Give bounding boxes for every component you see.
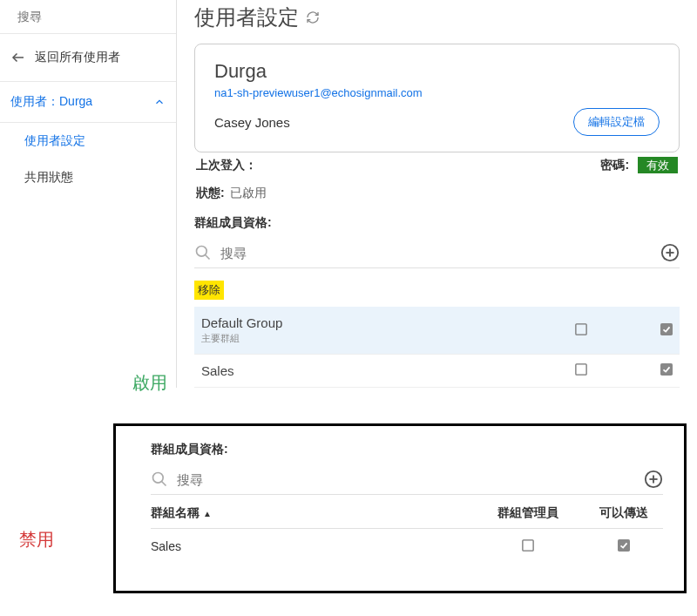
svg-rect-10 xyxy=(576,364,586,375)
search-icon xyxy=(194,244,212,261)
password-status-badge: 有效 xyxy=(638,157,678,173)
annotation-disable: 禁用 xyxy=(19,528,54,552)
col-send-label[interactable]: 可以傳送 xyxy=(585,505,663,521)
group-table: Default Group 主要群組 Sales xyxy=(194,307,680,388)
group-membership-label: 群組成員資格: xyxy=(151,442,663,457)
svg-rect-9 xyxy=(660,323,673,335)
group-section: 群組成員資格: 移除 Default Group 主要群組 xyxy=(194,215,680,388)
sidebar-item-user-settings[interactable]: 使用者設定 xyxy=(0,123,176,159)
user-expand[interactable]: 使用者：Durga xyxy=(0,82,176,123)
chevron-up-icon xyxy=(153,96,166,108)
svg-rect-8 xyxy=(576,323,586,334)
group-name: Sales xyxy=(151,539,471,554)
last-login-label: 上次登入： xyxy=(196,158,257,172)
group-sub: 主要群組 xyxy=(201,332,524,345)
group-name: Sales xyxy=(201,363,524,378)
svg-line-4 xyxy=(206,255,210,260)
send-checkbox[interactable] xyxy=(638,323,673,338)
info-section: 上次登入： 密碼: 有效 狀態: 已啟用 xyxy=(194,158,680,205)
user-email[interactable]: na1-sh-previewuser1@echosignmail.com xyxy=(214,86,660,99)
main-content: 使用者設定 Durga na1-sh-previewuser1@echosign… xyxy=(177,0,697,388)
add-icon[interactable] xyxy=(660,243,680,262)
table-row[interactable]: Sales xyxy=(151,529,663,565)
page-title-row: 使用者設定 xyxy=(194,0,697,31)
sidebar-item-share-status[interactable]: 共用狀態 xyxy=(0,159,176,196)
svg-rect-18 xyxy=(618,539,630,552)
user-card: Durga na1-sh-previewuser1@echosignmail.c… xyxy=(194,44,680,152)
panel-search[interactable] xyxy=(151,464,663,495)
group-membership-label: 群組成員資格: xyxy=(194,215,680,231)
group-name: Default Group xyxy=(201,315,524,330)
sidebar-search[interactable] xyxy=(0,0,176,34)
admin-checkbox[interactable] xyxy=(471,539,585,554)
remove-tag: 移除 xyxy=(194,281,224,300)
svg-rect-17 xyxy=(523,540,533,551)
status-value: 已啟用 xyxy=(230,186,267,201)
table-row[interactable]: Sales xyxy=(194,355,680,388)
password-label: 密碼: xyxy=(600,158,629,172)
user-fullname: Casey Jones xyxy=(214,115,290,130)
svg-rect-11 xyxy=(660,363,673,376)
search-icon xyxy=(151,470,168,488)
svg-line-13 xyxy=(162,482,166,486)
back-label: 返回所有使用者 xyxy=(35,50,120,65)
svg-point-3 xyxy=(197,247,207,257)
back-to-users[interactable]: 返回所有使用者 xyxy=(0,34,176,82)
send-checkbox[interactable] xyxy=(638,363,673,378)
status-label: 狀態: xyxy=(196,186,225,201)
send-checkbox[interactable] xyxy=(585,539,663,554)
arrow-left-icon xyxy=(10,50,26,65)
page-title: 使用者設定 xyxy=(194,3,299,31)
panel-header: 群組名稱 ▲ 群組管理員 可以傳送 xyxy=(151,495,663,529)
svg-point-12 xyxy=(153,473,164,484)
disabled-panel: 群組成員資格: 群組名稱 ▲ 群組管理員 可以傳送 Sales xyxy=(113,423,687,593)
user-expand-label: 使用者：Durga xyxy=(10,94,92,110)
refresh-icon[interactable] xyxy=(306,10,320,24)
add-icon[interactable] xyxy=(644,470,663,489)
col-name-label[interactable]: 群組名稱 xyxy=(151,505,200,521)
group-search[interactable] xyxy=(194,238,680,268)
table-row[interactable]: Default Group 主要群組 xyxy=(194,307,680,355)
admin-checkbox[interactable] xyxy=(524,323,638,338)
admin-checkbox[interactable] xyxy=(524,363,638,378)
sidebar: 返回所有使用者 使用者：Durga 使用者設定 共用狀態 xyxy=(0,0,177,388)
annotation-enable: 啟用 xyxy=(132,371,167,395)
sidebar-search-input[interactable] xyxy=(17,10,170,24)
panel-search-input[interactable] xyxy=(177,472,644,487)
group-search-input[interactable] xyxy=(220,246,660,261)
user-name: Durga xyxy=(214,60,660,83)
sort-asc-icon[interactable]: ▲ xyxy=(203,509,212,518)
edit-profile-button[interactable]: 編輯設定檔 xyxy=(573,108,660,136)
col-admin-label[interactable]: 群組管理員 xyxy=(471,505,585,521)
